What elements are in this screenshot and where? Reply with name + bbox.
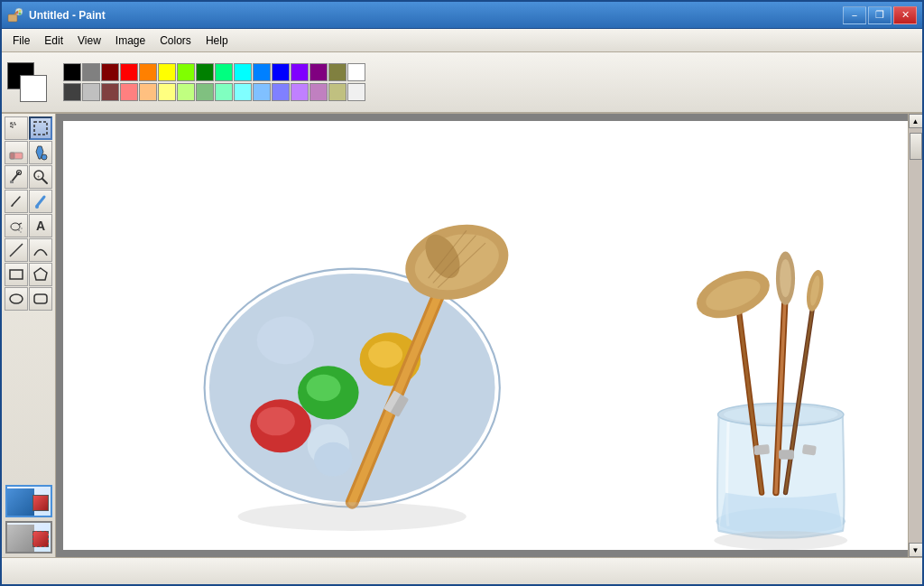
- rect-select-tool[interactable]: [29, 116, 52, 140]
- color-swatch[interactable]: [234, 83, 252, 101]
- color-swatch[interactable]: [310, 83, 328, 101]
- scroll-down-button[interactable]: ▼: [909, 543, 923, 557]
- svg-point-68: [780, 259, 791, 297]
- restore-button[interactable]: ❐: [868, 6, 892, 24]
- color-swatch[interactable]: [196, 63, 214, 81]
- fill-tool[interactable]: [29, 141, 52, 164]
- svg-point-24: [18, 229, 20, 231]
- svg-point-42: [314, 442, 352, 477]
- color-swatch[interactable]: [177, 83, 195, 101]
- color-swatch[interactable]: [347, 63, 365, 81]
- svg-point-11: [42, 154, 47, 160]
- toolbar: [2, 52, 922, 114]
- color-swatch[interactable]: [120, 63, 138, 81]
- current-colors: [7, 62, 47, 102]
- tools-grid: +: [2, 114, 55, 313]
- color-swatch[interactable]: [253, 83, 271, 101]
- color-thumbnail-area: [2, 481, 55, 557]
- color-swatch[interactable]: [215, 63, 233, 81]
- svg-marker-6: [11, 123, 15, 127]
- eraser-tool[interactable]: [5, 141, 28, 164]
- svg-rect-31: [34, 294, 47, 303]
- svg-point-25: [21, 228, 23, 229]
- free-select-tool[interactable]: [5, 116, 28, 140]
- palette-rows: [63, 63, 365, 101]
- eyedropper-tool[interactable]: [5, 165, 28, 189]
- svg-rect-69: [753, 444, 770, 455]
- svg-point-30: [10, 294, 23, 303]
- color-swatch[interactable]: [215, 83, 233, 101]
- color-swatch[interactable]: [101, 63, 119, 81]
- scroll-track: [909, 128, 923, 543]
- close-button[interactable]: ✕: [893, 6, 917, 24]
- menu-view[interactable]: View: [70, 32, 108, 50]
- color-swatch[interactable]: [291, 83, 309, 101]
- svg-line-27: [10, 244, 23, 256]
- color-row-1: [63, 63, 365, 81]
- minimize-button[interactable]: −: [843, 6, 866, 24]
- line-tool[interactable]: [5, 238, 28, 262]
- svg-point-26: [20, 231, 22, 233]
- svg-point-4: [19, 9, 22, 12]
- color-swatch[interactable]: [234, 63, 252, 81]
- color-swatch[interactable]: [139, 63, 157, 81]
- status-bar: [2, 557, 922, 584]
- menu-colors[interactable]: Colors: [152, 32, 199, 50]
- pencil-tool[interactable]: [5, 190, 28, 213]
- svg-text:+: +: [37, 173, 41, 179]
- color-swatch[interactable]: [158, 63, 176, 81]
- color-swatch[interactable]: [158, 83, 176, 101]
- menu-edit[interactable]: Edit: [37, 32, 70, 50]
- app-icon: [7, 7, 23, 23]
- scroll-thumb[interactable]: [910, 133, 922, 160]
- background-color[interactable]: [20, 75, 47, 102]
- menu-help[interactable]: Help: [199, 32, 236, 50]
- brush-tool[interactable]: [29, 190, 52, 213]
- vertical-scrollbar: ▲ ▼: [908, 114, 922, 557]
- color-swatch[interactable]: [120, 83, 138, 101]
- svg-rect-9: [10, 153, 14, 159]
- color-swatch[interactable]: [82, 83, 100, 101]
- svg-line-20: [37, 197, 44, 206]
- color-thumbnail-1[interactable]: [5, 485, 52, 517]
- color-swatch[interactable]: [272, 63, 290, 81]
- color-swatch[interactable]: [328, 83, 346, 101]
- color-swatch[interactable]: [196, 83, 214, 101]
- svg-rect-7: [34, 122, 47, 135]
- color-swatch[interactable]: [328, 63, 346, 81]
- color-swatch[interactable]: [272, 83, 290, 101]
- color-swatch[interactable]: [177, 63, 195, 81]
- color-swatch[interactable]: [63, 83, 81, 101]
- svg-rect-28: [10, 270, 23, 279]
- magnifier-tool[interactable]: +: [29, 165, 52, 189]
- svg-point-39: [307, 375, 341, 402]
- color-swatch[interactable]: [291, 63, 309, 81]
- text-tool[interactable]: A: [29, 214, 52, 237]
- color-swatch[interactable]: [63, 63, 81, 81]
- svg-point-37: [257, 407, 295, 436]
- menu-image[interactable]: Image: [108, 32, 152, 50]
- color-thumbnail-2[interactable]: [5, 521, 52, 553]
- canvas-artwork: [63, 121, 908, 550]
- paint-canvas[interactable]: [63, 121, 908, 550]
- svg-point-72: [238, 502, 467, 531]
- svg-rect-0: [8, 14, 17, 22]
- canvas-container: ▲ ▼: [56, 114, 922, 557]
- color-swatch[interactable]: [82, 63, 100, 81]
- ellipse-tool[interactable]: [5, 287, 28, 311]
- curve-tool[interactable]: [29, 238, 52, 262]
- title-left: Untitled - Paint: [7, 7, 106, 23]
- rectangle-tool[interactable]: [5, 263, 28, 286]
- color-swatch[interactable]: [101, 83, 119, 101]
- color-swatch[interactable]: [253, 63, 271, 81]
- svg-marker-29: [34, 268, 47, 280]
- color-swatch[interactable]: [347, 83, 365, 101]
- color-swatch[interactable]: [310, 63, 328, 81]
- menu-file[interactable]: File: [5, 32, 37, 50]
- scroll-up-button[interactable]: ▲: [909, 114, 923, 128]
- color-swatch[interactable]: [139, 83, 157, 101]
- rounded-rect-tool[interactable]: [29, 287, 52, 311]
- polygon-tool[interactable]: [29, 263, 52, 286]
- svg-line-18: [12, 197, 20, 206]
- airbrush-tool[interactable]: [5, 214, 28, 237]
